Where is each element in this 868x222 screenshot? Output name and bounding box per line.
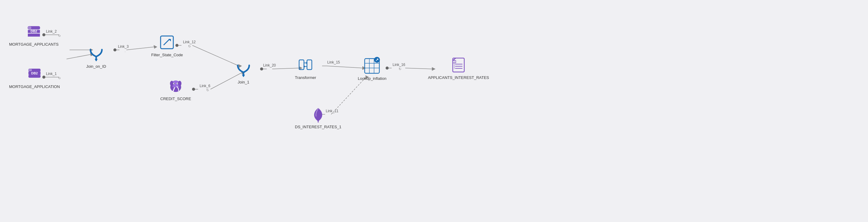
node-applicants-interest-rates-label: APPLICANTS_INTEREST_RATES: [428, 75, 489, 80]
svg-line-37: [327, 66, 363, 68]
node-ds-interest-rates-1[interactable]: DS_INTEREST_RATES_1: [295, 105, 341, 129]
db2-icon-2: DB2: [25, 65, 43, 83]
node-mortgage-application[interactable]: DB2 MORTGAGE_APPLICATION: [9, 65, 60, 89]
node-join-on-id[interactable]: Join_on_ID: [86, 45, 106, 69]
node-mortgage-application-label: MORTGAGE_APPLICATION: [9, 84, 60, 89]
node-lookup-inflation[interactable]: ↗ Lookup_inflation: [358, 57, 386, 81]
svg-text:Link_16: Link_16: [393, 63, 405, 67]
pipeline-canvas[interactable]: Link_2 ↻ Link_1 ↻ Link_3 . Link_12 ↻ Lin…: [0, 0, 868, 222]
document-icon: [450, 56, 468, 74]
svg-point-80: [178, 83, 178, 84]
svg-rect-53: [28, 34, 40, 37]
svg-point-79: [174, 83, 175, 84]
svg-line-22: [192, 45, 239, 66]
node-credit-score[interactable]: CREDIT_SCORE: [160, 77, 191, 101]
svg-point-75: [170, 81, 174, 86]
transformer-icon: [297, 56, 314, 74]
svg-text:Link_3: Link_3: [118, 44, 129, 49]
node-join-1[interactable]: Join_1: [235, 61, 252, 84]
node-credit-score-label: CREDIT_SCORE: [160, 96, 191, 101]
node-join-1-label: Join_1: [238, 80, 249, 84]
postgres-icon: [167, 77, 185, 95]
node-transformer[interactable]: Transformer: [295, 56, 316, 80]
connections-layer: Link_2 ↻ Link_1 ↻ Link_3 . Link_12 ↻ Lin…: [0, 0, 868, 222]
node-filter-state-code-label: Filter_State_Code: [151, 53, 183, 57]
svg-text:DB2: DB2: [31, 71, 38, 75]
svg-point-31: [260, 67, 263, 70]
join-1-icon: [235, 61, 252, 78]
filter-icon: [158, 33, 176, 52]
node-applicants-interest-rates[interactable]: APPLICANTS_INTEREST_RATES: [428, 56, 489, 80]
node-lookup-inflation-label: Lookup_inflation: [358, 76, 386, 81]
svg-text:↻: ↻: [188, 44, 191, 48]
svg-text:↻: ↻: [399, 67, 401, 71]
svg-text:Link_12: Link_12: [183, 40, 196, 44]
svg-rect-84: [307, 60, 312, 69]
db2-icon: DB2: [25, 23, 43, 41]
node-transformer-label: Transformer: [295, 75, 316, 80]
svg-point-13: [114, 49, 117, 52]
svg-marker-69: [95, 59, 98, 61]
svg-text:↻: ↻: [206, 88, 209, 92]
node-ds-interest-rates-1-label: DS_INTEREST_RATES_1: [295, 125, 341, 129]
svg-text:DB2: DB2: [31, 29, 37, 33]
svg-text:Link_6: Link_6: [199, 84, 211, 88]
svg-rect-102: [454, 59, 455, 69]
node-filter-state-code[interactable]: Filter_State_Code: [151, 33, 183, 57]
svg-point-25: [192, 88, 195, 91]
svg-point-76: [178, 81, 182, 86]
svg-rect-83: [299, 60, 304, 69]
svg-line-16: [126, 47, 154, 50]
node-join-on-id-label: Join_on_ID: [86, 64, 106, 69]
svg-rect-63: [28, 75, 40, 78]
join-icon: [87, 45, 105, 63]
svg-marker-82: [242, 75, 245, 77]
svg-text:Link_15: Link_15: [327, 60, 340, 64]
lookup-icon: ↗: [363, 57, 381, 75]
svg-line-71: [164, 39, 170, 45]
svg-text:↗: ↗: [375, 58, 379, 62]
svg-text:Link_20: Link_20: [263, 63, 276, 67]
node-mortgage-applicants[interactable]: DB2 MORTGAGE_APPLICANTS: [9, 23, 59, 46]
node-mortgage-applicants-label: MORTGAGE_APPLICANTS: [9, 42, 59, 46]
svg-text:.: .: [125, 49, 125, 53]
mongo-icon: [309, 105, 327, 123]
